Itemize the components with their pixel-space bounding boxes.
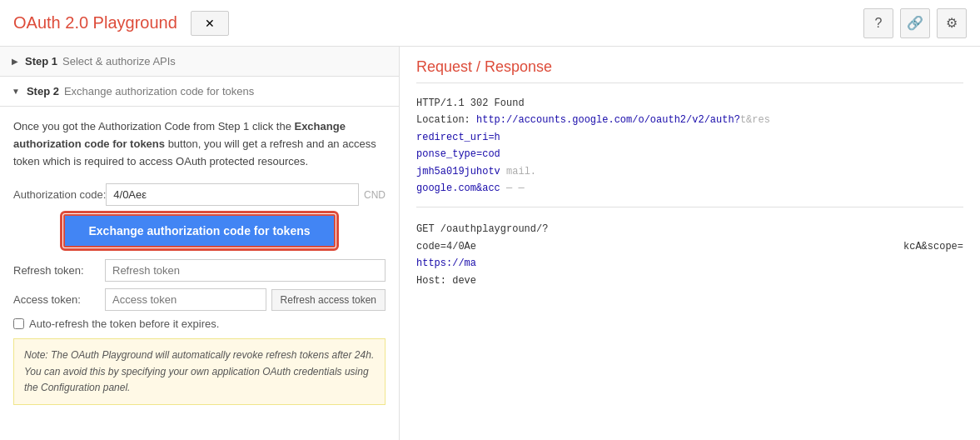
close-button[interactable]: ✕ [191,11,229,36]
req-line4: Host: deve [416,272,963,289]
auth-code-input[interactable] [106,183,359,206]
http-line1: HTTP/1.1 302 Found [416,95,963,112]
auto-refresh-label: Auto-refresh the token before it expires… [29,318,219,330]
step1-title: Select & authorize APIs [62,55,176,68]
help-button[interactable]: ? [863,8,893,38]
refresh-token-label: Refresh token: [13,264,105,277]
refresh-access-button[interactable]: Refresh access token [271,289,386,311]
auth-code-suffix: CND [364,189,386,201]
http-line2: Location: http://accounts.google.com/o/o… [416,112,963,128]
step1-header[interactable]: ▶ Step 1 Select & authorize APIs [0,47,399,77]
step2-description: Once you got the Authorization Code from… [13,118,386,170]
step2-content: Once you got the Authorization Code from… [0,107,399,417]
link-button[interactable]: 🔗 [900,8,930,38]
note-box: Note: The OAuth Playground will automati… [13,338,386,405]
step2-arrow: ▼ [12,87,20,96]
http-jmh-link: jmh5a019juhotv [416,166,500,178]
auth-code-row: Authorization code: CND [13,183,386,206]
step2-number: Step 2 [27,85,59,98]
app-title: OAuth 2.0 Playground [13,13,177,32]
http-location-link: http://accounts.google.com/o/oauth2/v2/a… [476,114,740,126]
step1-arrow: ▶ [12,57,18,66]
header-right: ? 🔗 ⚙ [863,8,967,38]
auto-refresh-checkbox[interactable] [13,318,24,329]
access-token-label: Access token: [13,293,105,306]
header-left: OAuth 2.0 Playground ✕ [13,11,229,36]
http-line4: ponse_type=cod [416,146,963,162]
link-icon: 🔗 [907,15,923,31]
auth-code-label: Authorization code: [13,188,106,201]
left-panel: ▶ Step 1 Select & authorize APIs ▼ Step … [0,47,400,440]
exchange-button[interactable]: Exchange authorization code for tokens [63,214,335,248]
help-icon: ? [875,16,883,31]
http-redirect-link: redirect_uri=h [416,132,500,143]
req-line2: code=4/0Ae kcA&scope= [416,238,963,255]
http-line6: google.com&acc — — [416,180,963,197]
main-layout: ▶ Step 1 Select & authorize APIs ▼ Step … [0,47,980,440]
refresh-token-input[interactable] [105,259,386,282]
access-token-row: Access token: Refresh access token [13,288,386,311]
http-response-type: ponse_type=cod [416,148,500,160]
response-block: HTTP/1.1 302 Found Location: http://acco… [416,95,963,208]
note-text: Note: The OAuth Playground will automati… [24,349,374,392]
access-token-input[interactable] [105,288,266,311]
refresh-token-row: Refresh token: [13,259,386,282]
step1-number: Step 1 [25,55,57,68]
exchange-btn-wrapper: Exchange authorization code for tokens [13,214,386,248]
http-line5: jmh5a019juhotv mail. [416,163,963,180]
right-panel: Request / Response HTTP/1.1 302 Found Lo… [400,47,980,440]
request-block: GET /oauthplayground/? code=4/0Ae kcA&sc… [416,221,963,289]
auto-refresh-row: Auto-refresh the token before it expires… [13,318,386,330]
req-line3: https://ma [416,255,963,272]
req-line1: GET /oauthplayground/? [416,221,963,238]
http-google-link: google.com&acc [416,182,500,194]
http-line3: redirect_uri=h [416,129,963,146]
step2-desc-start: Once you got the Authorization Code from… [13,120,294,132]
response-title: Request / Response [416,58,963,83]
settings-button[interactable]: ⚙ [937,8,967,38]
step2-header[interactable]: ▼ Step 2 Exchange authorization code for… [0,77,399,107]
step2-title: Exchange authorization code for tokens [64,85,254,98]
settings-icon: ⚙ [946,15,958,31]
header: OAuth 2.0 Playground ✕ ? 🔗 ⚙ [0,0,980,47]
